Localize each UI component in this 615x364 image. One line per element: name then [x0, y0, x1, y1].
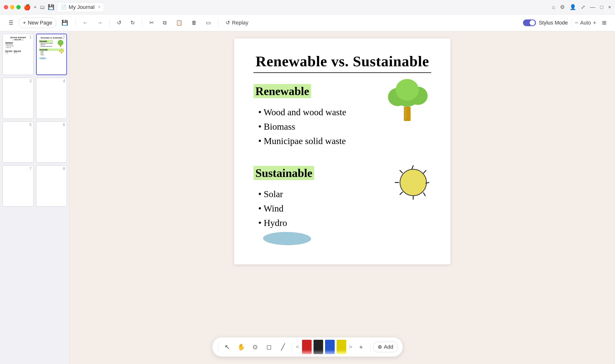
add-label: Add	[384, 344, 393, 350]
zoom-out-button[interactable]: −	[575, 19, 578, 26]
page-num-6: 6	[63, 123, 65, 127]
settings-button[interactable]: ⚙	[560, 4, 565, 10]
replay-button[interactable]: ↺ Replay	[222, 18, 252, 28]
page-thumb-2[interactable]: 2 Renewable vs. Sustainable Renewable • …	[36, 34, 67, 75]
cut-button[interactable]: ✂	[146, 18, 158, 28]
add-icon: ⊕	[378, 344, 382, 350]
thumb2-content: Renewable vs. Sustainable Renewable • Wo…	[37, 34, 67, 62]
eraser-tool-button[interactable]: ◻	[263, 341, 275, 353]
delete-button[interactable]: 🗑	[188, 18, 201, 28]
save-button[interactable]: 💾	[48, 4, 54, 10]
svg-point-2	[60, 49, 63, 53]
thumb1-title: VEGGIE BURGER— RECIPE —	[5, 37, 31, 41]
svg-rect-1	[60, 45, 61, 47]
back-button[interactable]: ←	[79, 18, 92, 28]
renewable-text-col: Renewable Wood and wood waste Biomass Mu…	[254, 75, 383, 150]
pen-tool-button[interactable]: ╱	[277, 341, 289, 353]
duplicate-button[interactable]: ▭	[202, 18, 215, 28]
page-thumb-8[interactable]: 8	[36, 165, 67, 207]
window-controls: ⌂ ⚙ 👤 ⤢ — □ ×	[552, 4, 611, 10]
stylus-mode-toggle[interactable]	[523, 19, 536, 26]
page-thumb-1[interactable]: 1 VEGGIE BURGER— RECIPE — Ingredients – …	[2, 34, 34, 75]
thumb2-renewable: Renewable	[39, 40, 53, 42]
apple-icon: 🍎	[24, 4, 31, 11]
home-button[interactable]: ⌂	[552, 4, 555, 10]
water-blob	[263, 232, 311, 245]
bottom-sep-colors	[292, 343, 292, 351]
folder-button[interactable]: 🗂	[40, 4, 45, 10]
page-thumb-5[interactable]: 5	[2, 121, 34, 163]
new-page-icon: +	[23, 20, 26, 26]
colors-prev-button[interactable]: <	[295, 344, 300, 350]
more-tools-button[interactable]: +	[355, 341, 367, 353]
page-thumb-6[interactable]: 6	[36, 121, 67, 163]
lasso-tool-button[interactable]: ⊙	[249, 341, 261, 353]
list-item: Solar	[258, 189, 388, 199]
maximize-traffic-button[interactable]	[16, 5, 21, 9]
page-num-8: 8	[63, 167, 65, 171]
page-grid: 1 VEGGIE BURGER— RECIPE — Ingredients – …	[2, 34, 67, 207]
svg-line-15	[400, 170, 402, 173]
minimize-button[interactable]: —	[590, 4, 595, 10]
select-tool-button[interactable]: ↖	[221, 341, 233, 353]
sustainable-list: Solar Wind Hydro	[254, 189, 388, 228]
blue-pen-button[interactable]	[325, 340, 335, 354]
svg-point-0	[58, 40, 63, 46]
black-pen-button[interactable]	[313, 340, 323, 354]
svg-rect-12	[404, 107, 407, 119]
red-pen-button[interactable]	[302, 340, 312, 354]
renewable-section: Renewable Wood and wood waste Biomass Mu…	[254, 75, 431, 150]
minimize-traffic-button[interactable]	[10, 5, 14, 9]
maximize-button[interactable]: □	[600, 4, 603, 10]
grid-view-button[interactable]: ⊞	[598, 18, 610, 28]
page-thumb-3[interactable]: 3	[2, 78, 34, 119]
thumb1-make: Make Time	[14, 50, 21, 52]
svg-line-21	[424, 170, 426, 173]
fullscreen-button[interactable]: ⤢	[581, 4, 585, 10]
menu-button[interactable]: ☰	[5, 18, 17, 28]
toolbar-separator-2	[109, 18, 110, 27]
stylus-mode-label: Stylus Mode	[539, 20, 568, 26]
main-layout: 1 VEGGIE BURGER— RECIPE — Ingredients – …	[0, 31, 615, 364]
thumb1-ingredients: Ingredients	[5, 42, 31, 44]
page-thumb-7[interactable]: 7	[2, 165, 34, 207]
tab-close-icon[interactable]: ×	[98, 5, 100, 10]
bottom-toolbar: ↖ ✋ ⊙ ◻ ╱ < > + ⊕ Add	[212, 337, 403, 357]
close-window-button[interactable]: ×	[608, 4, 611, 10]
new-page-button[interactable]: + New Page	[19, 17, 56, 28]
paste-button[interactable]: 📋	[172, 18, 186, 28]
renewable-list: Wood and wood waste Biomass Municipae so…	[254, 107, 383, 146]
thumb1-prep: Prep Time	[5, 50, 12, 52]
undo-button[interactable]: ↺	[113, 18, 125, 28]
colors-next-button[interactable]: >	[348, 344, 353, 350]
list-item: Hydro	[258, 218, 388, 228]
thumb2-water	[39, 57, 46, 59]
tree-illustration	[383, 75, 431, 123]
close-traffic-button[interactable]	[4, 5, 8, 9]
forward-button[interactable]: →	[93, 18, 106, 28]
section-divider	[254, 150, 431, 157]
list-item: Biomass	[258, 121, 383, 132]
sustainable-header: Sustainable	[254, 166, 314, 180]
page-thumb-4[interactable]: 4	[36, 78, 67, 119]
redo-button[interactable]: ↻	[127, 18, 139, 28]
zoom-level: Auto	[580, 20, 591, 26]
new-tab-button[interactable]: +	[34, 4, 37, 10]
yellow-pen-button[interactable]	[336, 340, 346, 354]
copy-button[interactable]: ⧉	[159, 18, 171, 28]
page-num-2: 2	[63, 35, 65, 40]
user-button[interactable]: 👤	[570, 4, 576, 10]
svg-point-10	[396, 79, 419, 101]
save-toolbar-button[interactable]: 💾	[58, 18, 72, 28]
svg-point-13	[400, 169, 427, 196]
zoom-in-button[interactable]: +	[593, 19, 596, 26]
add-button[interactable]: ⊕ Add	[373, 342, 398, 352]
toolbar-separator-4	[218, 18, 218, 27]
active-tab[interactable]: 📄 My Journal ×	[57, 2, 104, 12]
thumb1-item3: – Olive Oil	[5, 47, 31, 49]
page-num-4: 4	[63, 79, 65, 83]
pan-tool-button[interactable]: ✋	[235, 341, 247, 353]
tab-title: My Journal	[69, 4, 95, 10]
replay-icon: ↺	[226, 20, 230, 26]
page-num-7: 7	[29, 167, 32, 171]
